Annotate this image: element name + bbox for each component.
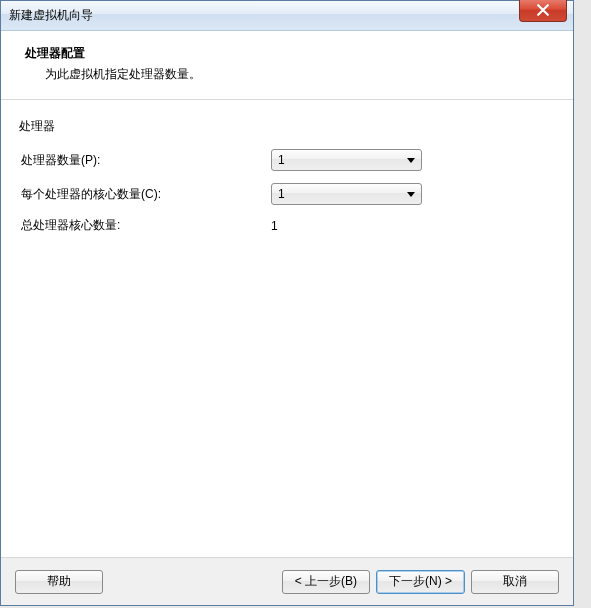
label-cores-per-processor: 每个处理器的核心数量(C): [21,186,271,203]
page-subtitle: 为此虚拟机指定处理器数量。 [25,66,549,83]
wizard-content: 处理器 处理器数量(P): 1 每个处理器的核心数量(C): 1 总处理器核心数… [1,100,573,557]
wizard-header: 处理器配置 为此虚拟机指定处理器数量。 [1,31,573,100]
close-button[interactable] [519,0,567,22]
row-cores-per-processor: 每个处理器的核心数量(C): 1 [19,183,555,205]
select-processor-count[interactable]: 1 [271,149,422,171]
page-title: 处理器配置 [25,45,549,62]
help-button[interactable]: 帮助 [15,570,103,594]
row-processor-count: 处理器数量(P): 1 [19,149,555,171]
value-total-cores: 1 [271,219,278,233]
next-button[interactable]: 下一步(N) > [376,570,465,594]
select-processor-count-value: 1 [278,153,285,167]
wizard-dialog: 新建虚拟机向导 处理器配置 为此虚拟机指定处理器数量。 处理器 处理器数量(P)… [0,0,574,606]
chevron-down-icon [407,158,415,163]
cancel-button[interactable]: 取消 [471,570,559,594]
back-button[interactable]: < 上一步(B) [282,570,370,594]
window-title: 新建虚拟机向导 [9,7,93,24]
titlebar: 新建虚拟机向导 [1,1,573,31]
label-processor-count: 处理器数量(P): [21,152,271,169]
select-cores-per-processor-value: 1 [278,187,285,201]
close-icon [537,4,549,16]
group-label-processors: 处理器 [19,118,555,135]
row-total-cores: 总处理器核心数量: 1 [19,217,555,234]
chevron-down-icon [407,192,415,197]
wizard-footer: 帮助 < 上一步(B) 下一步(N) > 取消 [1,557,573,605]
label-total-cores: 总处理器核心数量: [21,217,271,234]
select-cores-per-processor[interactable]: 1 [271,183,422,205]
